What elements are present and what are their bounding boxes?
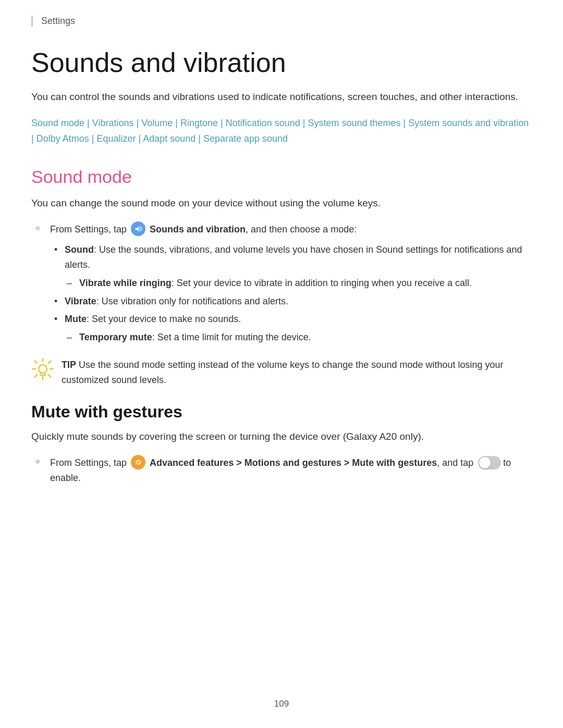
nav-link-adapt-sound[interactable]: Adapt sound (143, 133, 195, 144)
tip-svg-icon (31, 357, 54, 380)
option-vibrate-label: Vibrate (65, 296, 96, 306)
section-sound-mode-desc: You can change the sound mode on your de… (31, 195, 532, 211)
mute-sub-options: Temporary mute: Set a time limit for mut… (65, 330, 532, 345)
option-vibrate-ringing-desc: : Set your device to vibrate in addition… (172, 278, 472, 288)
mute-step-bold: Advanced features > Motions and gestures… (150, 458, 437, 468)
option-mute-label: Mute (65, 314, 87, 324)
page-title: Sounds and vibration (31, 47, 532, 79)
breadcrumb: Settings (31, 16, 532, 27)
mute-step-after: , and tap (437, 458, 476, 468)
mute-step-text-before: From Settings, tap (50, 458, 127, 468)
step-from-settings: From Settings, tap Sounds and vibration,… (31, 222, 532, 345)
sound-mode-steps: From Settings, tap Sounds and vibration,… (31, 222, 532, 345)
nav-link-separate-app-sound[interactable]: Separate app sound (203, 133, 288, 144)
section-title-mute-gestures: Mute with gestures (31, 402, 532, 422)
tip-icon (31, 357, 54, 380)
intro-text: You can control the sounds and vibration… (31, 89, 532, 104)
svg-point-8 (39, 365, 47, 373)
option-mute-desc: : Set your device to make no sounds. (87, 314, 241, 324)
section-mute-desc: Quickly mute sounds by covering the scre… (31, 429, 532, 444)
option-temp-mute-desc: : Set a time limit for muting the device… (152, 332, 311, 342)
mute-gestures-steps: From Settings, tap Advanced features > M… (31, 455, 532, 486)
tip-body: Use the sound mode setting instead of th… (62, 360, 504, 385)
nav-link-notification-sound[interactable]: Notification sound (226, 118, 300, 128)
sound-sub-options: Vibrate while ringing: Set your device t… (65, 276, 532, 291)
option-temp-mute: Temporary mute: Set a time limit for mut… (65, 330, 532, 345)
step-bold-text: Sounds and vibration (150, 224, 246, 235)
nav-link-equalizer[interactable]: Equalizer (96, 133, 136, 144)
advanced-features-icon (131, 455, 145, 470)
svg-line-4 (35, 361, 38, 364)
option-vibrate-desc: : Use vibration only for notifications a… (96, 296, 288, 306)
svg-line-5 (48, 375, 51, 377)
step-text-after: , and then choose a mode: (246, 224, 357, 235)
nav-links: Sound mode | Vibrations | Volume | Ringt… (31, 116, 532, 146)
sound-mode-options: Sound: Use the sounds, vibrations, and v… (50, 242, 532, 345)
nav-link-vibrations[interactable]: Vibrations (92, 118, 134, 128)
page-number: 109 (274, 699, 289, 709)
breadcrumb-text: Settings (41, 16, 75, 26)
option-vibrate-ringing-label: Vibrate while ringing (79, 278, 172, 288)
nav-link-ringtone[interactable]: Ringtone (180, 118, 218, 128)
sound-vibration-icon (131, 221, 145, 236)
svg-line-7 (35, 375, 38, 377)
section-mute-gestures: Mute with gestures Quickly mute sounds b… (31, 402, 532, 486)
option-sound-label: Sound (65, 244, 94, 255)
section-title-sound-mode: Sound mode (31, 167, 532, 187)
option-sound: Sound: Use the sounds, vibrations, and v… (50, 242, 532, 290)
option-vibrate: Vibrate: Use vibration only for notifica… (50, 294, 532, 309)
nav-link-sound-mode[interactable]: Sound mode (31, 118, 84, 128)
step-text-before: From Settings, tap (50, 224, 127, 235)
nav-link-volume[interactable]: Volume (141, 118, 173, 128)
tip-box: TIP Use the sound mode setting instead o… (31, 357, 532, 388)
tip-label: TIP (62, 360, 76, 370)
svg-line-6 (48, 361, 51, 364)
option-mute: Mute: Set your device to make no sounds.… (50, 312, 532, 345)
tip-text-content: TIP Use the sound mode setting instead o… (62, 357, 532, 388)
nav-link-dolby[interactable]: Dolby Atmos (36, 133, 89, 144)
toggle-switch-enable[interactable] (478, 456, 501, 470)
option-temp-mute-label: Temporary mute (79, 332, 152, 342)
option-vibrate-ringing: Vibrate while ringing: Set your device t… (65, 276, 532, 291)
mute-step-from-settings: From Settings, tap Advanced features > M… (31, 455, 532, 486)
page-wrapper: Settings Sounds and vibration You can co… (0, 0, 563, 728)
nav-link-system-sound-themes[interactable]: System sound themes (308, 118, 400, 128)
nav-link-system-sounds[interactable]: System sounds and vibration (408, 118, 529, 128)
option-sound-desc: : Use the sounds, vibrations, and volume… (65, 244, 522, 270)
